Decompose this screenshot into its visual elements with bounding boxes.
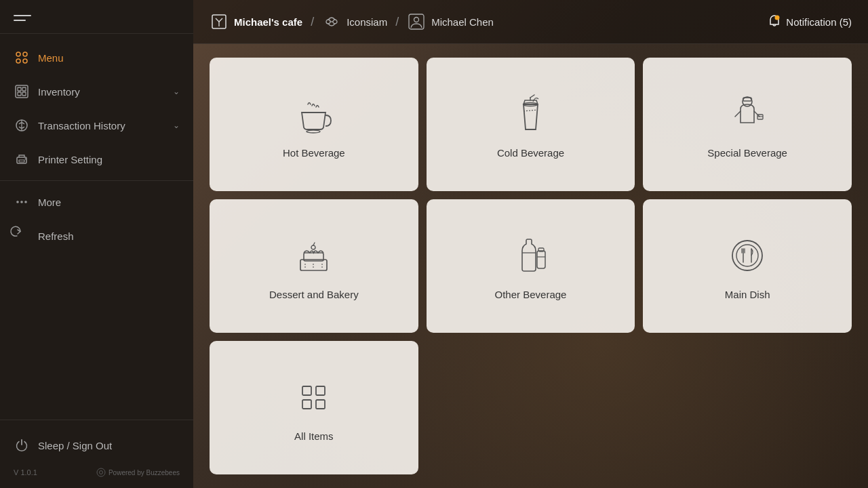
svg-rect-43 <box>537 251 545 268</box>
svg-rect-8 <box>22 92 26 96</box>
svg-rect-5 <box>18 87 21 91</box>
svg-rect-52 <box>302 386 311 395</box>
hot-beverage-icon <box>290 90 338 138</box>
power-icon <box>14 437 30 453</box>
main-content: Michael's cafe / Iconsiam / <box>193 0 868 488</box>
user-name: Michael Chen <box>431 16 494 28</box>
sidebar-item-transaction-history[interactable]: Transaction History ⌄ <box>0 108 193 142</box>
svg-point-24 <box>414 18 419 22</box>
other-beverage-label: Other Beverage <box>495 289 567 300</box>
chevron-down-icon-2: ⌄ <box>173 121 180 130</box>
svg-point-17 <box>97 468 105 476</box>
all-items-label: All Items <box>294 430 334 442</box>
svg-line-38 <box>313 243 315 245</box>
powered-by: Powered by Buzzebees <box>96 468 180 477</box>
more-icon <box>14 194 30 210</box>
breadcrumb-location: Iconsiam <box>322 12 387 31</box>
cafe-icon <box>210 12 229 31</box>
sidebar-item-menu[interactable]: Menu <box>0 41 193 75</box>
other-beverage-icon <box>507 232 554 279</box>
sidebar-header <box>0 0 193 34</box>
breadcrumb: Michael's cafe / Iconsiam / <box>210 12 767 31</box>
svg-point-25 <box>775 16 780 20</box>
svg-line-30 <box>524 110 538 111</box>
user-icon <box>407 12 426 31</box>
all-items-icon <box>290 373 338 421</box>
dessert-label: Dessert and Bakery <box>269 289 359 300</box>
svg-point-37 <box>311 245 315 249</box>
footer-bottom: V 1.0.1 Powered by Buzzebees <box>0 462 193 480</box>
location-name: Iconsiam <box>347 16 387 28</box>
breadcrumb-user: Michael Chen <box>407 12 494 31</box>
svg-point-26 <box>307 130 320 133</box>
sidebar-item-refresh-label: Refresh <box>38 230 180 242</box>
notification-label: Notification (5) <box>786 16 852 28</box>
main-dish-icon <box>724 232 771 279</box>
sidebar-item-menu-label: Menu <box>38 52 180 64</box>
refresh-icon <box>14 228 30 244</box>
hot-beverage-label: Hot Beverage <box>283 147 345 159</box>
hamburger-menu-icon[interactable] <box>14 15 31 21</box>
svg-point-16 <box>24 201 27 203</box>
sidebar-nav: Menu Inventory ⌄ <box>0 34 193 420</box>
version-text: V 1.0.1 <box>14 468 37 476</box>
svg-point-14 <box>16 201 19 203</box>
sidebar-footer: Sleep / Sign Out V 1.0.1 Powered by Buzz… <box>0 420 193 488</box>
sidebar: Menu Inventory ⌄ <box>0 0 193 488</box>
svg-rect-6 <box>22 87 26 91</box>
topbar: Michael's cafe / Iconsiam / <box>193 0 868 44</box>
menu-card-hot-beverage[interactable]: Hot Beverage <box>210 58 418 191</box>
menu-grid: Hot Beverage Cold Beverage <box>193 44 868 488</box>
sign-out-label: Sleep / Sign Out <box>38 440 180 451</box>
location-icon <box>322 12 341 31</box>
svg-rect-12 <box>19 160 24 162</box>
special-beverage-label: Special Beverage <box>707 147 787 159</box>
svg-point-18 <box>99 471 102 474</box>
svg-point-0 <box>16 52 20 56</box>
svg-point-13 <box>25 159 26 160</box>
nav-divider <box>0 180 193 181</box>
chevron-down-icon: ⌄ <box>173 87 180 96</box>
svg-point-15 <box>20 201 23 203</box>
printer-icon <box>14 151 30 167</box>
svg-point-2 <box>16 59 20 63</box>
svg-rect-53 <box>316 386 325 395</box>
sidebar-item-inventory-label: Inventory <box>38 86 165 98</box>
cold-beverage-icon <box>507 90 554 138</box>
menu-card-special-beverage[interactable]: Special Beverage <box>643 58 852 191</box>
breadcrumb-cafe: Michael's cafe <box>210 12 302 31</box>
notification-button[interactable]: Notification (5) <box>767 14 852 29</box>
menu-card-dessert-bakery[interactable]: Dessert and Bakery <box>210 199 418 333</box>
main-dish-label: Main Dish <box>725 289 770 300</box>
cold-beverage-label: Cold Beverage <box>497 147 564 159</box>
svg-point-3 <box>23 59 27 63</box>
svg-point-47 <box>736 245 758 266</box>
sidebar-item-transaction-label: Transaction History <box>38 120 165 131</box>
topbar-right: Notification (5) <box>767 14 852 29</box>
inventory-icon <box>14 83 30 100</box>
sidebar-item-more[interactable]: More <box>0 185 193 219</box>
sidebar-item-inventory[interactable]: Inventory ⌄ <box>0 75 193 108</box>
dessert-icon <box>290 232 338 279</box>
svg-rect-7 <box>18 92 21 96</box>
svg-rect-54 <box>302 400 311 409</box>
sidebar-item-printer-label: Printer Setting <box>38 154 180 165</box>
svg-line-28 <box>530 95 534 98</box>
sidebar-item-sign-out[interactable]: Sleep / Sign Out <box>0 428 193 462</box>
svg-point-22 <box>333 20 337 24</box>
svg-point-21 <box>326 20 330 24</box>
svg-rect-55 <box>316 400 325 409</box>
menu-card-cold-beverage[interactable]: Cold Beverage <box>427 58 635 191</box>
menu-card-all-items[interactable]: All Items <box>210 341 418 474</box>
breadcrumb-sep-1: / <box>311 15 314 29</box>
special-beverage-icon <box>724 90 771 138</box>
transaction-icon <box>14 117 30 134</box>
sidebar-item-printer-setting[interactable]: Printer Setting <box>0 142 193 176</box>
cafe-name: Michael's cafe <box>234 16 302 28</box>
menu-card-main-dish[interactable]: Main Dish <box>643 199 852 333</box>
breadcrumb-sep-2: / <box>395 15 399 29</box>
menu-card-other-beverage[interactable]: Other Beverage <box>427 199 635 333</box>
sidebar-item-refresh[interactable]: Refresh <box>0 219 193 253</box>
menu-icon <box>14 49 30 66</box>
sidebar-item-more-label: More <box>38 197 180 208</box>
